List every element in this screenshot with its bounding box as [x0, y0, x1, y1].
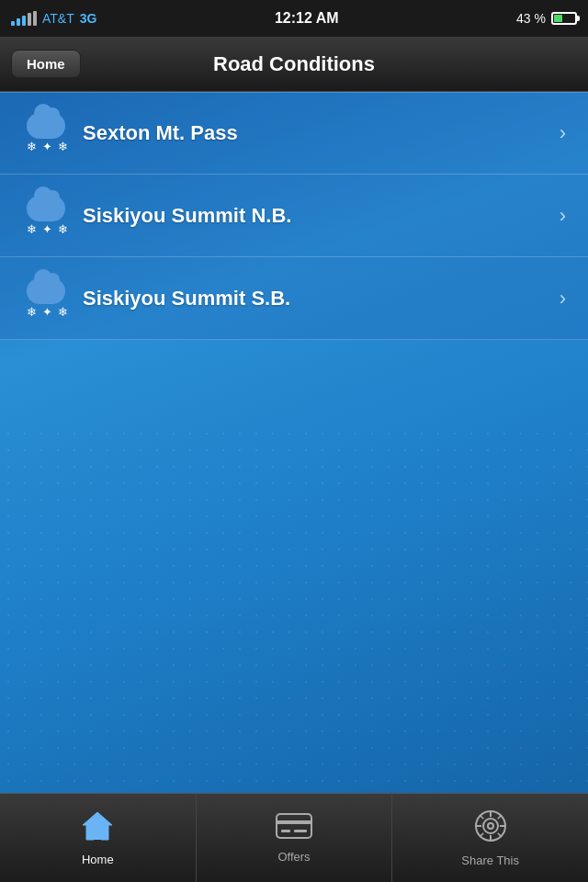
battery-percent: 43 %: [516, 11, 546, 26]
signal-bars-icon: [11, 11, 37, 26]
status-left: AT&T 3G: [11, 11, 96, 26]
nav-bar: Home Road Conditions: [0, 37, 588, 92]
main-content: ❄ ✦ ❄ Sexton Mt. Pass › ❄ ✦ ❄ Siskiyou S…: [0, 92, 588, 793]
tab-bar: Home Offers: [0, 793, 588, 882]
snow-icon-siskiyou-sb: ❄ ✦ ❄: [18, 271, 74, 326]
tab-share[interactable]: Share This: [392, 794, 588, 882]
signal-bar-5: [33, 11, 37, 26]
list-item-label-siskiyou-nb: Siskiyou Summit N.B.: [83, 204, 560, 228]
snow-icon-sexton: ❄ ✦ ❄: [18, 106, 74, 161]
svg-rect-5: [294, 830, 307, 832]
page-title: Road Conditions: [213, 52, 375, 76]
svg-rect-4: [281, 830, 290, 832]
signal-bar-1: [11, 21, 15, 26]
tab-offers-label: Offers: [277, 850, 310, 864]
svg-line-14: [497, 832, 501, 836]
list-item-label-sexton: Sexton Mt. Pass: [83, 121, 560, 145]
snow-icon-siskiyou-nb: ❄ ✦ ❄: [18, 188, 74, 243]
battery-icon: [551, 12, 577, 25]
carrier-label: AT&T: [42, 11, 74, 26]
tab-offers[interactable]: Offers: [197, 794, 393, 882]
signal-bar-4: [28, 13, 31, 26]
chevron-icon-siskiyou-sb: ›: [560, 287, 566, 311]
status-right: 43 %: [516, 11, 577, 26]
home-back-button[interactable]: Home: [11, 50, 81, 78]
list-item-sexton[interactable]: ❄ ✦ ❄ Sexton Mt. Pass ›: [0, 92, 588, 175]
status-time: 12:12 AM: [275, 10, 339, 27]
offers-icon: [276, 812, 312, 846]
signal-bar-3: [22, 16, 26, 26]
tab-home-label: Home: [82, 853, 114, 866]
svg-point-7: [483, 819, 498, 833]
list-item-siskiyou-sb[interactable]: ❄ ✦ ❄ Siskiyou Summit S.B. ›: [0, 257, 588, 340]
tab-share-label: Share This: [461, 854, 519, 867]
list-item-siskiyou-nb[interactable]: ❄ ✦ ❄ Siskiyou Summit N.B. ›: [0, 175, 588, 257]
svg-line-13: [480, 815, 483, 819]
home-icon: [81, 810, 114, 849]
svg-rect-1: [94, 831, 101, 840]
share-icon: [474, 809, 507, 850]
svg-rect-3: [277, 820, 311, 824]
network-type-label: 3G: [80, 11, 97, 26]
tab-home[interactable]: Home: [0, 794, 197, 882]
status-bar: AT&T 3G 12:12 AM 43 %: [0, 0, 588, 37]
battery-fill: [554, 15, 562, 22]
chevron-icon-siskiyou-nb: ›: [560, 204, 566, 228]
svg-point-8: [488, 823, 493, 829]
svg-line-16: [480, 832, 483, 836]
list-item-label-siskiyou-sb: Siskiyou Summit S.B.: [83, 287, 560, 311]
svg-rect-2: [277, 814, 311, 838]
chevron-icon-sexton: ›: [560, 121, 566, 145]
signal-bar-2: [17, 18, 20, 26]
svg-line-15: [497, 815, 501, 819]
